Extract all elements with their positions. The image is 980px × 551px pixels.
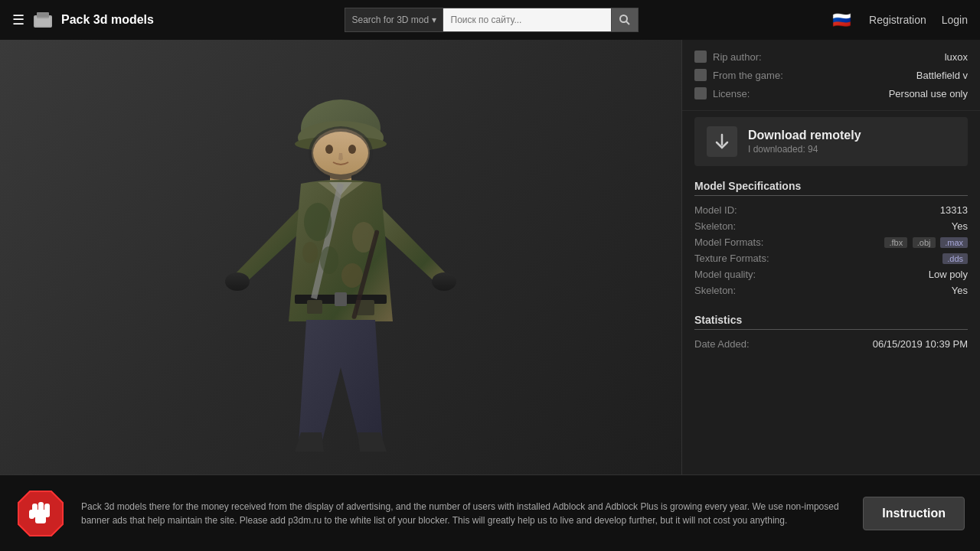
stop-hand-icon (15, 488, 66, 539)
download-button[interactable]: Download remotely I downloaded: 94 (694, 117, 968, 166)
from-game-label: From the game: (694, 69, 783, 81)
main-content: Rip author: luxox From the game: Battlef… (0, 40, 980, 474)
svg-rect-2 (35, 17, 51, 26)
texture-row: Texture Formats: .dds (694, 250, 968, 266)
flag-emoji: 🇷🇺 (832, 11, 851, 29)
date-added-row: Date Added: 06/15/2019 10:39 PM (694, 336, 968, 352)
svg-rect-22 (307, 300, 322, 314)
search-category-dropdown[interactable]: Search for 3D mod ▾ (345, 8, 442, 32)
texture-value: .dds (940, 253, 968, 264)
format-max: .max (940, 237, 968, 248)
nav-right: 🇷🇺 Registration Login (829, 8, 968, 32)
search-button[interactable] (611, 8, 639, 32)
language-flag[interactable]: 🇷🇺 (829, 8, 854, 32)
search-dropdown-label: Search for 3D mod ▾ (351, 15, 436, 25)
rip-author-label: Rip author: (694, 51, 762, 63)
skeleton2-value: Yes (952, 285, 968, 296)
svg-point-13 (432, 272, 456, 291)
download-count: I downloaded: 94 (748, 144, 861, 155)
from-game-value: Battlefield v (916, 70, 968, 81)
svg-point-19 (341, 263, 363, 288)
right-panel: Rip author: luxox From the game: Battlef… (681, 40, 980, 474)
download-arrow-icon (707, 126, 737, 157)
site-title: Pack 3d models (61, 13, 154, 27)
rip-author-value: luxox (945, 51, 968, 63)
texture-label: Texture Formats: (694, 253, 769, 264)
svg-rect-15 (335, 292, 347, 306)
game-icon (694, 69, 707, 81)
svg-rect-30 (44, 504, 50, 517)
logo-icon (32, 9, 54, 31)
formats-row: Model Formats: .fbx .obj .max (694, 234, 968, 250)
stats-section: Statistics Date Added: 06/15/2019 10:39 … (682, 306, 980, 360)
quality-value: Low poly (929, 269, 968, 280)
svg-point-20 (302, 242, 318, 263)
svg-point-24 (325, 145, 333, 154)
model-viewer (0, 40, 681, 474)
navbar: ☰ Pack 3d models Search for 3D mod ▾ 🇷🇺 … (0, 0, 980, 40)
license-icon (694, 87, 707, 99)
svg-point-12 (225, 272, 250, 291)
svg-rect-31 (29, 510, 34, 519)
specs-title: Model Specifications (694, 180, 968, 196)
license-label: License: (694, 87, 750, 99)
license-value: Personal use only (889, 88, 968, 99)
license-row: License: Personal use only (694, 84, 968, 103)
formats-value: .fbx .obj .max (882, 236, 968, 248)
model-id-value: 13313 (940, 204, 968, 216)
search-input[interactable] (443, 8, 611, 32)
rip-author-row: Rip author: luxox (694, 47, 968, 66)
date-added-value: 06/15/2019 10:39 PM (873, 338, 968, 350)
info-section: Rip author: luxox From the game: Battlef… (682, 40, 980, 111)
instruction-button[interactable]: Instruction (863, 497, 965, 530)
adblock-icon (15, 488, 66, 539)
specs-section: Model Specifications Model ID: 13313 Ske… (682, 172, 980, 306)
skeleton-row: Skeleton: Yes (694, 218, 968, 234)
format-dds: .dds (942, 253, 968, 264)
from-game-row: From the game: Battlefield v (694, 66, 968, 84)
svg-point-18 (320, 246, 338, 274)
person-icon (694, 51, 707, 63)
download-title: Download remotely (748, 129, 861, 142)
adblock-notice: Pack 3d models there for the money recei… (0, 474, 980, 551)
svg-rect-29 (38, 502, 44, 516)
hamburger-icon[interactable]: ☰ (12, 11, 24, 28)
date-added-label: Date Added: (694, 338, 750, 350)
nav-left: ☰ Pack 3d models (12, 9, 154, 31)
registration-link[interactable]: Registration (869, 14, 926, 26)
soldier-svg (188, 77, 494, 474)
svg-point-16 (304, 203, 332, 241)
format-obj: .obj (913, 237, 936, 248)
nav-center: Search for 3D mod ▾ (154, 8, 829, 32)
svg-line-4 (626, 21, 629, 24)
model-id-row: Model ID: 13313 (694, 202, 968, 218)
rip-author-label-text: Rip author: (713, 51, 762, 63)
adblock-notice-text: Pack 3d models there for the money recei… (81, 500, 848, 527)
skeleton2-row: Skeleton: Yes (694, 282, 968, 298)
model-placeholder (0, 40, 681, 474)
model-id-label: Model ID: (694, 204, 737, 216)
stats-title: Statistics (694, 314, 968, 330)
license-label-text: License: (713, 88, 750, 99)
search-icon (619, 14, 631, 26)
skeleton-value: Yes (952, 220, 968, 232)
login-link[interactable]: Login (942, 14, 968, 26)
quality-row: Model quality: Low poly (694, 266, 968, 282)
skeleton2-label: Skeleton: (694, 285, 736, 296)
from-game-label-text: From the game: (713, 70, 783, 81)
svg-point-3 (620, 15, 627, 22)
format-fbx: .fbx (884, 237, 907, 248)
download-text: Download remotely I downloaded: 94 (748, 129, 861, 155)
svg-point-25 (348, 145, 356, 154)
quality-label: Model quality: (694, 269, 756, 280)
skeleton-label: Skeleton: (694, 220, 736, 232)
arrow-down-icon (713, 132, 731, 151)
formats-label: Model Formats: (694, 236, 763, 248)
